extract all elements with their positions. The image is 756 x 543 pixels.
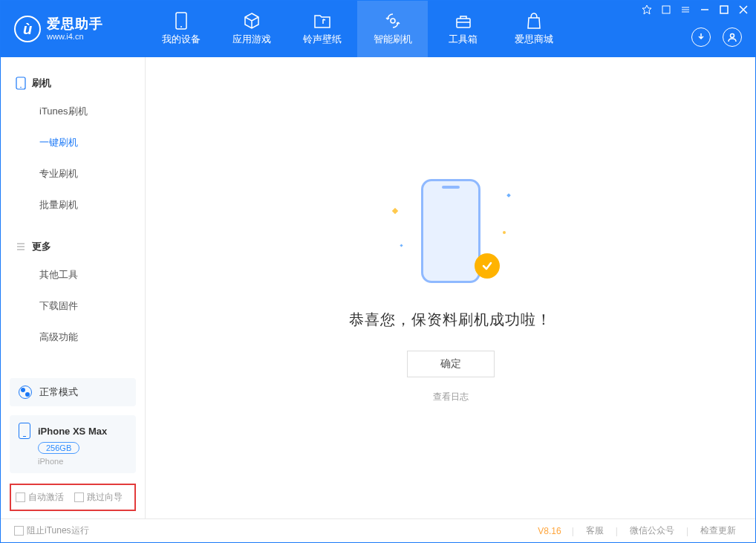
sidebar-heading-label: 更多 — [32, 240, 51, 253]
nav-tab-device[interactable]: 我的设备 — [146, 1, 216, 57]
sparkle-icon — [400, 244, 403, 247]
nav-label: 我的设备 — [162, 33, 201, 46]
svg-rect-4 — [662, 6, 670, 13]
nav-tabs: 我的设备 应用游戏 铃声壁纸 智能刷机 工具箱 爱思商城 — [146, 1, 569, 57]
sidebar-heading-label: 刷机 — [32, 77, 51, 90]
mode-label: 正常模式 — [39, 386, 78, 399]
footer-link-wechat[interactable]: 微信公众号 — [624, 524, 680, 537]
nav-label: 爱思商城 — [515, 33, 553, 46]
success-message: 恭喜您，保资料刷机成功啦！ — [349, 310, 552, 330]
nav-tab-toolbox[interactable]: 工具箱 — [428, 1, 498, 57]
sidebar-heading-more: 更多 — [1, 234, 145, 259]
phone-icon — [172, 12, 190, 30]
svg-rect-5 — [720, 6, 728, 13]
ok-button[interactable]: 确定 — [407, 351, 495, 377]
phone-illustration — [421, 179, 480, 283]
check-badge-icon — [475, 253, 500, 279]
skin-icon[interactable] — [660, 4, 672, 16]
nav-label: 智能刷机 — [374, 33, 412, 46]
checkbox-skip-guide[interactable]: 跳过向导 — [74, 491, 123, 504]
device-storage: 256GB — [38, 442, 79, 454]
footer-link-update[interactable]: 检查更新 — [694, 524, 742, 537]
theme-icon[interactable] — [641, 4, 653, 16]
sidebar-item-othertools[interactable]: 其他工具 — [1, 259, 145, 290]
checkbox-auto-activate[interactable]: 自动激活 — [16, 491, 64, 504]
sidebar-item-pro[interactable]: 专业刷机 — [1, 158, 145, 189]
cube-icon — [243, 12, 261, 30]
device-box[interactable]: iPhone XS Max 256GB iPhone — [10, 415, 136, 473]
sidebar-item-oneclick[interactable]: 一键刷机 — [1, 127, 145, 158]
footer-link-service[interactable]: 客服 — [580, 524, 610, 537]
refresh-shield-icon — [384, 12, 402, 30]
app-header: ù 爱思助手 www.i4.cn 我的设备 应用游戏 铃声壁纸 智能刷机 — [1, 1, 755, 57]
list-icon — [16, 241, 26, 252]
app-url: www.i4.cn — [47, 32, 103, 41]
svg-point-2 — [391, 19, 395, 23]
bag-icon — [525, 12, 543, 30]
sidebar-item-batch[interactable]: 批量刷机 — [1, 189, 145, 221]
nav-label: 工具箱 — [449, 33, 478, 46]
nav-label: 铃声壁纸 — [303, 33, 342, 46]
nav-label: 应用游戏 — [232, 33, 271, 46]
nav-tab-apps[interactable]: 应用游戏 — [216, 1, 287, 57]
svg-rect-3 — [457, 19, 470, 27]
sidebar-item-firmware[interactable]: 下载固件 — [1, 290, 145, 322]
menu-icon[interactable] — [680, 4, 691, 16]
sidebar-heading-flash: 刷机 — [1, 71, 145, 96]
logo-area: ù 爱思助手 www.i4.cn — [1, 1, 146, 57]
dot-icon — [503, 231, 506, 234]
highlighted-options: 自动激活 跳过向导 — [10, 484, 136, 511]
minimize-button[interactable] — [699, 4, 711, 16]
nav-tab-store[interactable]: 爱思商城 — [498, 1, 569, 57]
sidebar: 刷机 iTunes刷机 一键刷机 专业刷机 批量刷机 更多 其他工具 下载固件 … — [1, 57, 146, 518]
footer: 阻止iTunes运行 V8.16 | 客服 | 微信公众号 | 检查更新 — [1, 518, 755, 542]
sidebar-item-itunes[interactable]: iTunes刷机 — [1, 96, 145, 127]
nav-tab-flash[interactable]: 智能刷机 — [357, 1, 428, 57]
user-icon[interactable] — [723, 27, 742, 47]
mode-icon — [19, 386, 32, 399]
device-name: iPhone XS Max — [38, 426, 107, 437]
close-button[interactable] — [737, 4, 749, 16]
view-log-link[interactable]: 查看日志 — [433, 391, 469, 403]
svg-point-1 — [180, 26, 182, 27]
app-title: 爱思助手 — [47, 17, 103, 32]
maximize-button[interactable] — [718, 4, 730, 16]
checkbox-block-itunes[interactable]: 阻止iTunes运行 — [14, 524, 89, 537]
version-label: V8.16 — [538, 526, 561, 536]
sparkle-icon — [506, 193, 511, 198]
phone-small-icon — [16, 77, 26, 90]
svg-point-6 — [731, 34, 734, 38]
download-icon[interactable] — [691, 27, 711, 47]
svg-point-8 — [20, 87, 22, 88]
mode-box[interactable]: 正常模式 — [10, 378, 136, 406]
toolbox-icon — [454, 12, 472, 30]
success-graphic — [406, 173, 495, 292]
music-folder-icon — [313, 12, 331, 30]
device-type: iPhone — [38, 457, 127, 466]
nav-tab-ringtone[interactable]: 铃声壁纸 — [287, 1, 357, 57]
window-controls — [641, 4, 749, 16]
device-phone-icon — [19, 423, 30, 439]
sidebar-item-advanced[interactable]: 高级功能 — [1, 322, 145, 353]
logo-icon: ù — [14, 16, 41, 42]
main-content: 恭喜您，保资料刷机成功啦！ 确定 查看日志 — [146, 57, 755, 518]
sparkle-icon — [391, 207, 397, 213]
